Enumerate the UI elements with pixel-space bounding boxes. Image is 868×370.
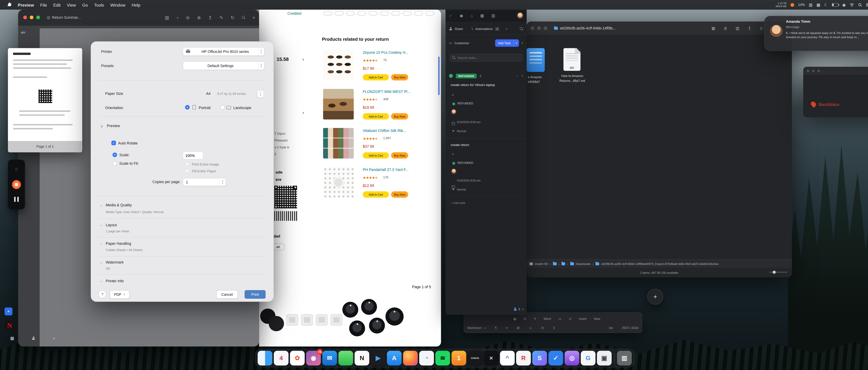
dock-photos-icon[interactable]: ✿ bbox=[290, 351, 305, 366]
add-to-cart-button[interactable]: Add to Cart bbox=[363, 152, 389, 159]
toolbar-label-insert[interactable]: Insert bbox=[579, 317, 587, 321]
backblaze-titlebar[interactable]: Back bbox=[803, 67, 868, 75]
dock-clock-icon[interactable]: 1 bbox=[452, 351, 466, 366]
people-icon[interactable] bbox=[32, 337, 35, 340]
section-title[interactable]: Watermark bbox=[106, 260, 124, 264]
user-avatar[interactable] bbox=[517, 12, 523, 19]
menu-edit[interactable]: Edit bbox=[50, 2, 64, 7]
pdf-dropdown-button[interactable]: PDF ∨ bbox=[110, 290, 129, 299]
zoom-in-icon[interactable]: ⊕ bbox=[197, 15, 201, 20]
dock-mail-icon[interactable]: ✉ bbox=[322, 351, 337, 366]
pause-button[interactable] bbox=[14, 197, 19, 202]
view-gallery-icon[interactable]: ▥ bbox=[736, 26, 739, 31]
close-icon[interactable] bbox=[530, 26, 534, 30]
scale-to-fit-label[interactable]: Scale to Fit: bbox=[119, 161, 139, 166]
task-title[interactable]: create return for Vilma's laptop bbox=[451, 83, 522, 87]
print-entire-image-radio[interactable] bbox=[185, 162, 190, 166]
dock-podcasts-icon[interactable]: ◎ bbox=[564, 351, 579, 366]
disclosure-chevron-icon[interactable]: › bbox=[101, 261, 102, 265]
zoom-icon[interactable] bbox=[36, 15, 40, 19]
task-datetime[interactable]: 5/24/2024 9:00 am bbox=[457, 179, 480, 182]
dock-adobe-reader-icon[interactable]: R bbox=[516, 351, 531, 366]
frame-icon[interactable]: ⊡ bbox=[541, 326, 544, 330]
rating-count-link[interactable]: 308 bbox=[383, 97, 389, 101]
dock-trash-icon[interactable]: ▥ bbox=[617, 351, 632, 366]
item-thumbnail-oval[interactable] bbox=[357, 11, 367, 16]
drag-handle-icon[interactable]: ⠿ bbox=[15, 167, 18, 172]
dock-sonos-icon[interactable]: SONOS bbox=[468, 351, 483, 366]
item-thumbnail-oval[interactable] bbox=[346, 11, 355, 16]
scale-input[interactable] bbox=[183, 152, 203, 160]
search-icon[interactable] bbox=[242, 16, 245, 19]
landscape-label[interactable]: Landscape bbox=[233, 106, 251, 110]
stop-record-button[interactable] bbox=[12, 180, 21, 189]
storage-status[interactable]: 1.15 TB 849.6 GB bbox=[776, 2, 786, 8]
task-status[interactable]: REFUNDED bbox=[458, 161, 473, 165]
format-dropdown[interactable]: Markdown ∨ bbox=[467, 326, 486, 330]
chevron-down-icon[interactable]: ∨ bbox=[302, 58, 304, 61]
help-button[interactable]: ? bbox=[98, 290, 106, 298]
fill-entire-paper-radio[interactable] bbox=[185, 168, 190, 173]
view-list-icon[interactable]: ≣ bbox=[724, 26, 727, 31]
chevron-down-icon[interactable]: ∨ bbox=[506, 27, 507, 30]
rotate-icon[interactable]: ↻ bbox=[230, 15, 235, 20]
assignee-avatar[interactable] bbox=[451, 169, 456, 174]
auto-rotate-label[interactable]: Auto Rotate bbox=[118, 141, 138, 145]
search-icon[interactable] bbox=[520, 27, 523, 31]
dock-spotify-icon[interactable]: ≋ bbox=[435, 351, 450, 366]
print-button[interactable]: Print bbox=[245, 290, 266, 299]
menu-file[interactable]: File bbox=[37, 2, 50, 7]
add-to-cart-button[interactable]: Add to Cart bbox=[363, 192, 389, 198]
task-priority[interactable]: Normal bbox=[457, 130, 466, 133]
preview-titlebar[interactable]: ▥ Return Summar... ▥ ∨ ⊖ ⊕ ↥ ✎ ↻ » bbox=[18, 10, 259, 26]
scale-to-fit-radio[interactable] bbox=[113, 161, 117, 166]
product-image[interactable] bbox=[323, 89, 353, 120]
buy-now-button[interactable]: Buy Now bbox=[391, 74, 408, 80]
dock-final-cut-icon[interactable]: × bbox=[484, 351, 499, 366]
zoom-out-icon[interactable]: ⊖ bbox=[186, 15, 190, 20]
item-thumbnail-oval[interactable] bbox=[335, 11, 344, 16]
dock-hp-printer-icon[interactable]: ▣ bbox=[597, 351, 612, 366]
buy-now-button[interactable]: Buy Now bbox=[391, 192, 408, 198]
emoji-icon[interactable]: ☺ bbox=[529, 326, 532, 330]
breadcrumb[interactable]: intosh HD bbox=[535, 262, 548, 265]
section-title[interactable]: Media & Quality bbox=[106, 203, 132, 207]
menu-window[interactable]: Window bbox=[107, 2, 128, 7]
preview-section-title[interactable]: Preview bbox=[107, 124, 120, 128]
toolbar-label-word[interactable]: Word bbox=[544, 317, 551, 321]
thumbnail-strip[interactable] bbox=[323, 11, 435, 16]
font-size-indicator[interactable]: Aa bbox=[609, 326, 613, 330]
disclosure-chevron-icon[interactable]: › bbox=[101, 204, 102, 207]
disclosure-chevron-icon[interactable]: › bbox=[101, 242, 102, 246]
keyboard-icon[interactable]: ▦ bbox=[817, 3, 820, 7]
item-thumbnail-oval[interactable] bbox=[380, 11, 389, 16]
grid-icon[interactable]: ▦ bbox=[10, 336, 14, 341]
buy-now-button[interactable]: Buy Now bbox=[391, 152, 408, 159]
auto-rotate-checkbox[interactable]: ✓ bbox=[112, 141, 116, 145]
imessage-notification[interactable]: Amanda Timm iMessage K, I think we're al… bbox=[764, 16, 868, 51]
mention-icon[interactable]: @ bbox=[517, 326, 520, 330]
product-image[interactable] bbox=[323, 50, 353, 80]
menu-go[interactable]: Go bbox=[79, 2, 91, 7]
dock-photo-booth-icon[interactable]: ◉78 bbox=[306, 351, 321, 366]
close-icon[interactable] bbox=[807, 70, 809, 72]
customize-label[interactable]: Customize bbox=[454, 41, 469, 45]
task-priority[interactable]: Normal bbox=[457, 188, 466, 191]
list-icon[interactable]: ≔ bbox=[558, 317, 561, 321]
dock-messages-icon[interactable] bbox=[338, 351, 353, 366]
menu-view[interactable]: View bbox=[64, 2, 79, 7]
camera-icon[interactable]: ◉ bbox=[842, 3, 846, 7]
group-status-pill[interactable]: REFUNDED bbox=[456, 73, 477, 78]
cpu-percent[interactable]: 14% bbox=[798, 3, 805, 7]
chevron-up-icon[interactable]: ∧ bbox=[302, 111, 304, 114]
eye-icon[interactable]: ◉ bbox=[460, 13, 463, 18]
product-title-link[interactable]: FLONZGIFT Wild WEST Pl... bbox=[363, 90, 427, 94]
chevron-down-icon[interactable]: ∨ bbox=[177, 16, 179, 19]
plus-icon[interactable]: + bbox=[521, 74, 523, 78]
chevron-down-icon[interactable]: ∨ bbox=[521, 42, 523, 44]
dock-finder-icon[interactable] bbox=[258, 351, 272, 366]
printer-select[interactable]: HP OfficeJet Pro 9010 series ∧∨ bbox=[183, 47, 265, 56]
dock-calendar-icon[interactable]: 4 bbox=[274, 351, 288, 366]
grid-icon[interactable]: ▦ bbox=[480, 13, 484, 18]
target-icon[interactable]: ⊙ bbox=[569, 317, 571, 321]
